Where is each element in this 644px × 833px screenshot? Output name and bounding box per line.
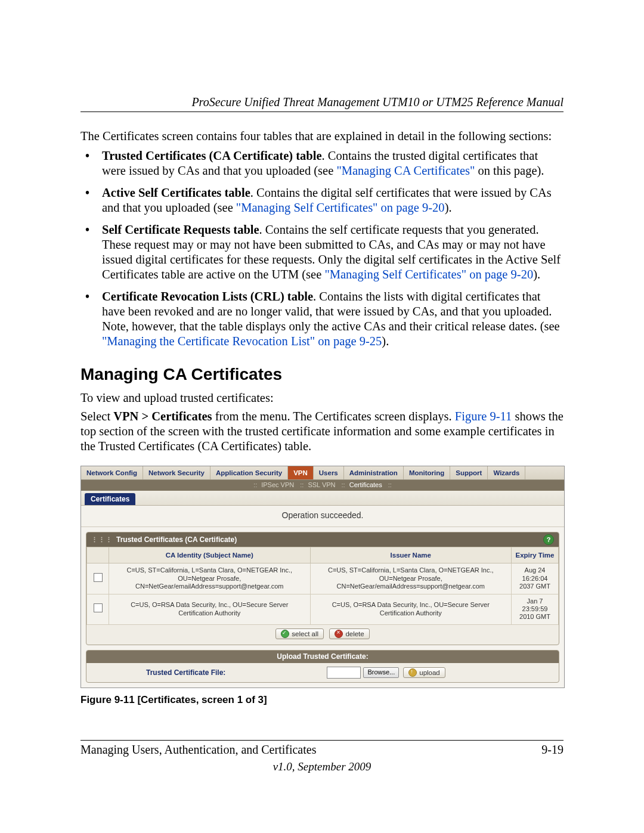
bullet-tail: ). [382, 335, 389, 348]
tab-users[interactable]: Users [314, 466, 344, 479]
cell-subject: C=US, ST=California, L=Santa Clara, O=NE… [109, 563, 311, 594]
footer-chapter-title: Managing Users, Authentication, and Cert… [80, 743, 316, 757]
browse-button[interactable]: Browse... [363, 667, 399, 677]
bullet-lead: Active Self Certificates table [102, 186, 250, 199]
sub-tab-bar: ::IPSec VPN ::SSL VPN ::Certificates :: [81, 480, 564, 490]
col-expiry-time: Expiry Time [512, 547, 559, 563]
delete-icon [335, 630, 343, 638]
file-input[interactable] [327, 667, 361, 679]
bullet-active-self-certs: Active Self Certificates table. Contains… [80, 185, 564, 215]
certificates-screen-figure: Network Config Network Security Applicat… [80, 466, 565, 688]
cell-issuer: C=US, ST=California, L=Santa Clara, O=NE… [310, 563, 512, 594]
ca-table: CA Identity (Subject Name) Issuer Name E… [86, 547, 559, 624]
action-row: select all delete [86, 625, 559, 645]
tab-administration[interactable]: Administration [344, 466, 404, 479]
row-checkbox[interactable] [94, 573, 103, 582]
footer-version: v1.0, September 2009 [80, 760, 564, 773]
tab-network-security[interactable]: Network Security [143, 466, 210, 479]
cell-expiry: Jan 7 23:59:59 2010 GMT [512, 594, 559, 624]
figure-caption: Figure 9-11 [Certificates, screen 1 of 3… [80, 694, 564, 707]
table-row: C=US, O=RSA Data Security, Inc., OU=Secu… [87, 594, 559, 624]
col-issuer-name: Issuer Name [310, 547, 512, 563]
upload-button[interactable]: upload [403, 667, 445, 678]
button-label: delete [345, 630, 364, 638]
bullet-tail: ). [533, 268, 540, 281]
tab-vpn[interactable]: VPN [288, 466, 314, 479]
tab-application-security[interactable]: Application Security [210, 466, 288, 479]
tab-support[interactable]: Support [450, 466, 488, 479]
status-message: Operation succeeded. [81, 505, 564, 527]
bullet-lead: Certificate Revocation Lists (CRL) table [102, 290, 313, 303]
bullet-lead: Self Certificate Requests table [102, 223, 259, 236]
running-header: ProSecure Unified Threat Management UTM1… [80, 95, 564, 109]
subtab-certificates[interactable]: Certificates [347, 481, 385, 488]
upload-icon [408, 668, 417, 677]
block-header: ⋮⋮⋮Trusted Certificates (CA Certificate)… [86, 532, 559, 547]
footer-page-number: 9-19 [541, 743, 564, 757]
help-icon[interactable]: ? [543, 534, 554, 545]
intro-paragraph: The Certificates screen contains four ta… [80, 129, 564, 144]
tab-monitoring[interactable]: Monitoring [404, 466, 450, 479]
text-fragment: Select [80, 410, 113, 423]
bullet-tail: ). [445, 201, 452, 214]
select-all-button[interactable]: select all [275, 628, 324, 639]
bullet-self-cert-requests: Self Certificate Requests table. Contain… [80, 222, 564, 282]
row-checkbox[interactable] [94, 603, 103, 612]
bullet-tail: on this page). [475, 164, 544, 177]
upload-file-label: Trusted Certificate File: [91, 668, 225, 677]
link-managing-ca[interactable]: "Managing CA Certificates" [336, 164, 475, 177]
block-title: Trusted Certificates (CA Certificate) [116, 535, 237, 544]
tab-network-config[interactable]: Network Config [81, 466, 143, 479]
instruction-2: Select VPN > Certificates from the menu.… [80, 409, 564, 454]
page-tab-certificates[interactable]: Certificates [85, 493, 135, 506]
link-managing-self-2[interactable]: "Managing Self Certificates" on page 9-2… [324, 268, 533, 281]
trusted-certs-block: ⋮⋮⋮Trusted Certificates (CA Certificate)… [86, 532, 559, 645]
link-figure-9-11[interactable]: Figure 9-11 [455, 410, 512, 423]
upload-header: Upload Trusted Certificate: [86, 651, 559, 663]
upload-block: Upload Trusted Certificate: Trusted Cert… [86, 650, 559, 683]
footer-rule [80, 740, 564, 741]
cell-issuer: C=US, O=RSA Data Security, Inc., OU=Secu… [310, 594, 512, 624]
section-heading: Managing CA Certificates [80, 364, 564, 385]
check-icon [281, 630, 289, 638]
menu-path: VPN > Certificates [113, 410, 212, 423]
subtab-ipsec-vpn[interactable]: IPSec VPN [259, 481, 296, 488]
cell-expiry: Aug 24 16:26:04 2037 GMT [512, 563, 559, 594]
bullet-trusted-certs: Trusted Certificates (CA Certificate) ta… [80, 148, 564, 178]
button-label: upload [419, 668, 440, 677]
bullet-lead: Trusted Certificates (CA Certificate) ta… [102, 149, 321, 162]
instruction-1: To view and upload trusted certificates: [80, 391, 564, 405]
col-ca-identity: CA Identity (Subject Name) [109, 547, 311, 563]
link-managing-self-1[interactable]: "Managing Self Certificates" on page 9-2… [236, 201, 445, 214]
delete-button[interactable]: delete [329, 628, 369, 639]
button-label: select all [292, 630, 318, 638]
tables-bullet-list: Trusted Certificates (CA Certificate) ta… [80, 148, 564, 349]
table-row: C=US, ST=California, L=Santa Clara, O=NE… [87, 563, 559, 594]
bullet-crl: Certificate Revocation Lists (CRL) table… [80, 289, 564, 349]
text-fragment: from the menu. The Certificates screen d… [212, 410, 455, 423]
subtab-ssl-vpn[interactable]: SSL VPN [305, 481, 338, 488]
tab-wizards[interactable]: Wizards [488, 466, 525, 479]
header-rule [80, 112, 564, 112]
link-managing-crl[interactable]: "Managing the Certificate Revocation Lis… [102, 335, 382, 348]
main-tab-bar: Network Config Network Security Applicat… [81, 466, 564, 480]
grip-icon: ⋮⋮⋮ [91, 536, 113, 543]
col-checkbox [87, 547, 109, 563]
cell-subject: C=US, O=RSA Data Security, Inc., OU=Secu… [109, 594, 311, 624]
upload-header-label: Upload Trusted Certificate: [277, 652, 368, 661]
